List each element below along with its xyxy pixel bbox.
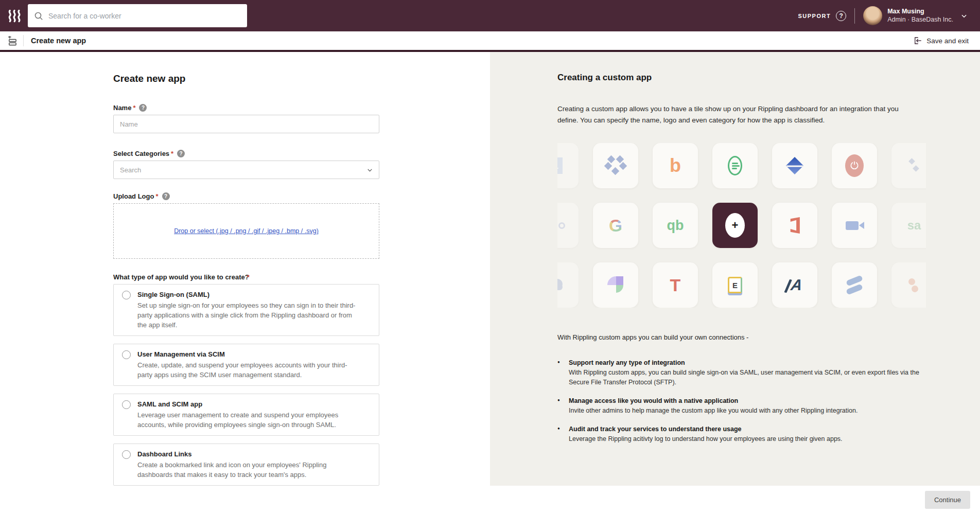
create-app-form: Create new app Name* ? Select Categories… — [0, 52, 490, 486]
app-tile — [832, 203, 877, 248]
list-item: Support nearly any type of integration W… — [557, 358, 929, 387]
e-box-icon: E — [728, 277, 742, 293]
app-tile: b — [653, 143, 698, 188]
logo-label: Upload Logo* ? — [113, 192, 379, 200]
support-help-icon[interactable]: ? — [836, 11, 846, 21]
user-name: Max Musing — [887, 8, 953, 16]
name-label: Name* ? — [113, 104, 379, 112]
save-and-exit-button[interactable]: Save and exit — [913, 36, 969, 45]
dots-fragment-icon — [907, 276, 921, 294]
jira-diamond-icon — [786, 157, 803, 174]
app-tile: sa — [891, 203, 926, 248]
video-camera-icon — [846, 221, 859, 230]
app-tile — [891, 262, 926, 308]
letter-t-icon: T — [670, 275, 681, 295]
app-tile: qb — [653, 203, 698, 248]
user-info[interactable]: Max Musing Admin · BaseDash Inc. — [887, 8, 953, 24]
logo-help-icon[interactable]: ? — [162, 192, 170, 200]
ro-fragment-icon: ro — [557, 220, 565, 232]
user-menu-chevron-icon[interactable] — [960, 12, 968, 20]
flow-toolbar: Create new app Save and exit — [0, 31, 980, 52]
app-tile — [557, 262, 579, 308]
connections-line: With Rippling custom apps you can build … — [557, 333, 929, 341]
page-title: Create new app — [31, 37, 86, 45]
option-scim[interactable]: User Management via SCIM Create, update,… — [113, 344, 379, 386]
rippling-logo-icon[interactable] — [7, 8, 24, 24]
save-and-exit-label: Save and exit — [926, 37, 969, 45]
app-tile-grid: 1 b ro G qb + sa — [557, 143, 926, 308]
option-saml-and-scim[interactable]: SAML and SCIM app Leverage user manageme… — [113, 394, 379, 436]
required-asterisk: * — [155, 192, 158, 200]
pentagon-diamonds-icon — [605, 156, 626, 175]
quickbooks-icon: qb — [667, 218, 684, 234]
name-help-icon[interactable]: ? — [139, 104, 147, 112]
google-g-icon: G — [609, 216, 622, 236]
app-tile: ro — [557, 203, 579, 248]
user-role: Admin · BaseDash Inc. — [887, 16, 953, 24]
categories-help-icon[interactable]: ? — [177, 150, 185, 157]
option-single-sign-on[interactable]: Single Sign-on (SAML) Set up single sign… — [113, 284, 379, 336]
continue-button[interactable]: Continue — [925, 491, 970, 509]
sa-fragment-icon: sa — [907, 218, 921, 233]
radio-icon[interactable] — [122, 450, 131, 459]
slanted-a-icon: A — [786, 277, 804, 293]
radio-icon[interactable] — [122, 350, 131, 359]
create-new-app-page: SUPPORT ? Max Musing Admin · BaseDash In… — [0, 0, 980, 514]
app-tile: E — [712, 262, 758, 308]
confluence-curves-icon — [845, 276, 864, 294]
app-tile — [832, 262, 877, 308]
app-tile — [832, 143, 877, 188]
diamonds-fragment-icon — [907, 157, 921, 174]
search-icon — [34, 11, 43, 21]
name-input[interactable] — [113, 115, 379, 133]
logo-upload-link[interactable]: Drop or select (.jpg / .png / .gif / .jp… — [174, 227, 319, 235]
support-link[interactable]: SUPPORT — [798, 13, 831, 19]
top-header: SUPPORT ? Max Musing Admin · BaseDash In… — [0, 0, 980, 31]
benefits-list: Support nearly any type of integration W… — [557, 358, 929, 444]
letter-b-icon: b — [670, 155, 681, 176]
option-dashboard-links[interactable]: Dashboard Links Create a bookmarked link… — [113, 444, 379, 486]
logo-dropzone[interactable]: Drop or select (.jpg / .png / .gif / .jp… — [113, 203, 379, 259]
radio-icon[interactable] — [122, 400, 131, 409]
list-plus-icon[interactable] — [7, 36, 17, 46]
app-tile: 1 — [557, 143, 579, 188]
coworker-search[interactable] — [28, 4, 247, 27]
cloud-fragment-icon — [557, 279, 565, 291]
panel-title: Creating a custom app — [557, 73, 929, 83]
form-title: Create new app — [113, 73, 379, 84]
app-tile — [712, 143, 758, 188]
app-tile: A — [772, 262, 817, 308]
panel-intro: Creating a custom app allows you to have… — [557, 103, 918, 126]
custom-app-tile: + — [712, 203, 758, 248]
app-tile — [593, 262, 638, 308]
header-divider — [854, 8, 855, 24]
list-item: Audit and track your services to underst… — [557, 424, 929, 444]
leaf-icon — [607, 276, 624, 294]
oval-lines-icon — [728, 156, 742, 175]
user-avatar[interactable] — [863, 6, 882, 25]
categories-select[interactable] — [113, 161, 379, 179]
app-tile — [593, 143, 638, 188]
categories-label: Select Categories* ? — [113, 150, 379, 157]
app-type-question: What type of app would you like to creat… — [113, 273, 379, 281]
exit-icon — [913, 36, 922, 45]
app-tile: G — [593, 203, 638, 248]
custom-app-info-panel: Creating a custom app Creating a custom … — [490, 52, 980, 486]
app-tile: T — [653, 262, 698, 308]
required-asterisk: * — [133, 104, 135, 112]
app-icon-fragment: 1 — [557, 157, 563, 174]
radio-icon[interactable] — [122, 291, 131, 299]
app-tile — [891, 143, 926, 188]
toolbar-divider — [23, 35, 24, 46]
app-tile — [772, 203, 817, 248]
search-input[interactable] — [48, 12, 241, 20]
footer-bar: Continue — [0, 486, 980, 514]
office-icon — [788, 217, 801, 234]
required-asterisk: * — [171, 150, 173, 157]
power-icon — [845, 154, 864, 177]
plus-icon: + — [725, 213, 745, 238]
list-item: Manage access like you would with a nati… — [557, 396, 929, 416]
app-tile — [772, 143, 817, 188]
